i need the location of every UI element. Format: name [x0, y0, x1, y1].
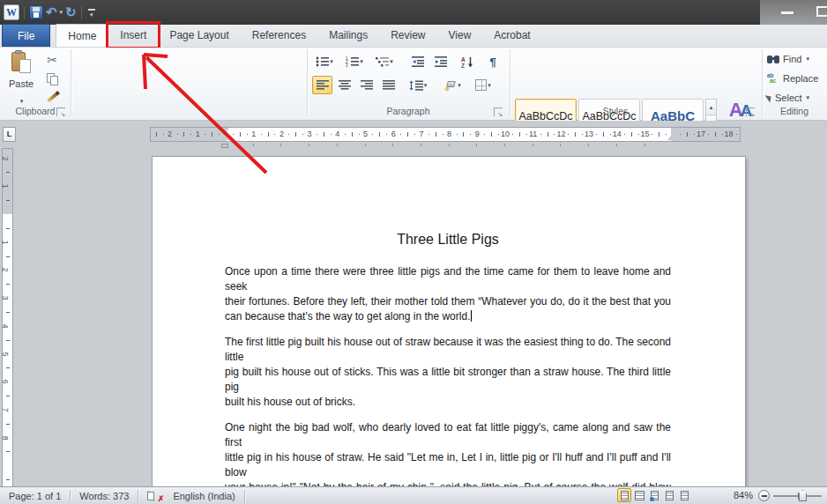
tab-review[interactable]: Review [379, 24, 436, 47]
chevron-down-icon: ▾ [360, 58, 363, 65]
ruler-number: 7 [1, 408, 10, 412]
web-layout-view-button[interactable] [647, 488, 661, 502]
sort-button[interactable]: AZ [457, 53, 478, 70]
tab-home[interactable]: Home [56, 24, 108, 47]
draft-view-button[interactable] [677, 488, 691, 502]
decrease-indent-button[interactable] [407, 53, 428, 70]
align-center-button[interactable] [334, 76, 354, 94]
zoom-level[interactable]: 84% [721, 490, 753, 500]
ruler-tick [436, 132, 436, 137]
paragraph: One night the big bad wolf, who dearly l… [225, 420, 671, 486]
tab-page-layout[interactable]: Page Layout [158, 24, 240, 47]
ruler-number: 8 [1, 435, 10, 440]
styles-dialog-launcher[interactable]: ↘ [746, 107, 755, 116]
h-ruler[interactable]: 211234567891011121314151718 [150, 127, 741, 142]
tab-stop-tick [392, 144, 393, 146]
first-line-indent-marker[interactable] [222, 128, 229, 132]
tab-mailings[interactable]: Mailings [317, 24, 379, 47]
ruler-number: 6 [1, 380, 10, 384]
ruler-tick [295, 132, 296, 137]
bullets-button[interactable]: ▾ [312, 53, 337, 70]
ruler-tick [345, 134, 346, 135]
align-right-button[interactable] [356, 76, 376, 94]
select-button[interactable]: Select ▾ [767, 90, 825, 106]
save-button[interactable] [29, 5, 43, 19]
minimize-button[interactable] [781, 11, 793, 14]
tab-stop-tick [253, 144, 254, 146]
text-line: your house in!" "Not by the hair of my c… [225, 480, 671, 486]
borders-button[interactable]: ▾ [471, 76, 495, 94]
clipboard-dialog-launcher[interactable]: ↘ [56, 107, 65, 116]
maximize-button[interactable] [816, 6, 827, 17]
shading-button[interactable]: ▾ [441, 76, 466, 94]
ruler-tick [666, 134, 667, 135]
cut-button[interactable]: ✂ [41, 51, 63, 68]
page-count[interactable]: Page: 1 of 1 [0, 491, 70, 501]
ruler-tick [6, 479, 10, 480]
document-page[interactable]: Three Little Pigs Once upon a time there… [153, 157, 745, 486]
ruler-tick [443, 134, 443, 135]
redo-button[interactable]: ↻ [65, 4, 77, 21]
tab-view[interactable]: View [437, 24, 483, 47]
zoom-slider-track[interactable] [773, 495, 822, 497]
align-right-icon [361, 80, 373, 90]
replace-button[interactable]: abac Replace [767, 70, 825, 86]
find-button[interactable]: Find ▾ [767, 51, 825, 67]
zoom-slider-handle[interactable] [799, 490, 807, 501]
quick-access-toolbar: W ↶ ▾ ↻ ▾ [4, 3, 95, 22]
paste-button[interactable]: Paste ▾ [4, 49, 39, 104]
show-hide-marks-button[interactable]: ¶ [483, 53, 503, 70]
language-indicator[interactable]: English (India) [164, 491, 243, 501]
multilevel-list-icon [376, 56, 389, 67]
pilcrow-icon: ¶ [489, 56, 495, 69]
proofing-errors-icon[interactable]: ✗ [147, 491, 162, 501]
justify-button[interactable] [378, 76, 399, 94]
ruler-number: 15 [640, 129, 649, 140]
ruler-tick [568, 134, 569, 135]
ruler-number: 3 [1, 296, 10, 300]
right-indent-marker[interactable] [667, 136, 674, 140]
find-label: Find [783, 54, 801, 64]
numbering-button[interactable]: 123 ▾ [342, 53, 367, 70]
word-count[interactable]: Words: 373 [71, 491, 138, 501]
fullscreen-reading-view-button[interactable] [632, 488, 646, 502]
increase-indent-button[interactable] [430, 53, 451, 70]
zoom-out-button[interactable] [758, 490, 770, 501]
tab-references[interactable]: References [241, 24, 317, 47]
print-layout-view-button[interactable] [617, 488, 631, 502]
paragraph-group-label: Paragraph [307, 106, 510, 116]
align-left-button[interactable] [312, 76, 332, 94]
ruler-number: 17 [697, 129, 705, 140]
tab-selector[interactable]: L [3, 127, 16, 142]
tab-acrobat[interactable]: Acrobat [482, 24, 541, 47]
ruler-tick [190, 134, 191, 135]
tab-stop-tick [644, 144, 645, 146]
undo-button[interactable]: ↶ [46, 4, 57, 21]
copy-button[interactable] [41, 70, 63, 87]
hanging-indent-marker[interactable] [222, 136, 229, 140]
ruler-tick [177, 134, 178, 135]
tab-stop-tick [533, 144, 533, 146]
chevron-down-icon: ▾ [488, 82, 491, 89]
paragraph-dialog-launcher[interactable]: ↘ [494, 107, 503, 116]
replace-label: Replace [783, 73, 818, 84]
cursor-arrow-icon [765, 93, 774, 102]
ruler-tick [233, 134, 234, 135]
tab-file[interactable]: File [2, 24, 50, 47]
outline-view-button[interactable] [662, 488, 676, 502]
v-ruler[interactable]: 2112345678 [2, 148, 13, 486]
ruler-number: 2 [279, 129, 284, 140]
word-app-icon[interactable]: W [4, 4, 19, 20]
line-spacing-button[interactable]: ▾ [404, 76, 432, 94]
multilevel-list-button[interactable]: ▾ [372, 53, 397, 70]
format-painter-button[interactable] [41, 90, 63, 106]
ruler-tick [6, 284, 10, 285]
word-window: W ↶ ▾ ↻ ▾ FileHomeInsertPage LayoutRefer… [0, 0, 827, 504]
align-left-icon [317, 80, 329, 90]
tab-insert[interactable]: Insert [108, 24, 158, 47]
undo-dropdown-icon[interactable]: ▾ [60, 9, 63, 16]
paintbrush-icon [47, 93, 57, 103]
customize-qat-button[interactable]: ▾ [88, 9, 95, 17]
tab-stop-tick [504, 144, 505, 146]
left-indent-marker[interactable] [221, 144, 228, 148]
